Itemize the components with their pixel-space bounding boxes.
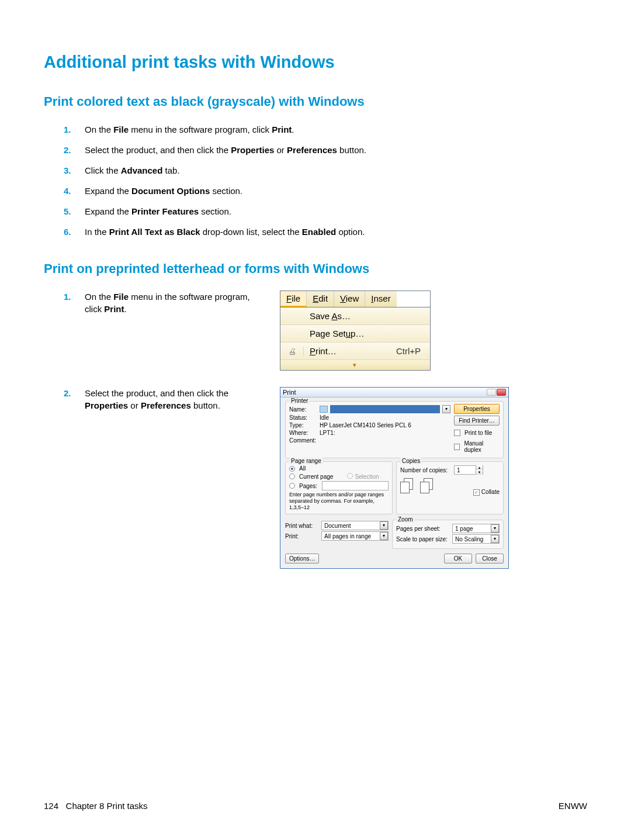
radio-pages-label: Pages:	[299, 483, 317, 489]
list-item: 4.Expand the Document Options section.	[64, 185, 587, 197]
group-label: Copies	[400, 458, 422, 464]
radio-all-label: All	[299, 465, 306, 472]
list-item: 5.Expand the Printer Features section.	[64, 205, 587, 217]
menu-edit[interactable]: Edit	[307, 291, 334, 307]
chevron-down-icon[interactable]: ▾	[380, 532, 388, 540]
chevron-down-icon[interactable]: ▾	[491, 535, 499, 543]
collate-checkbox[interactable]: ✓	[473, 489, 480, 496]
page-number: 124	[44, 801, 58, 811]
scale-select[interactable]: No Scaling▾	[452, 534, 500, 544]
printer-icon	[320, 406, 328, 413]
section2-title: Print on preprinted letterhead or forms …	[44, 261, 587, 276]
printwhat-select[interactable]: Document▾	[321, 521, 389, 530]
name-label: Name:	[289, 406, 317, 413]
file-menu-screenshot: File Edit View Inser Save As… Page Setup…	[280, 291, 431, 371]
radio-pages[interactable]	[289, 483, 295, 489]
print-select[interactable]: All pages in range▾	[321, 531, 389, 541]
group-label: Printer	[289, 397, 310, 404]
pps-label: Pages per sheet:	[396, 526, 450, 532]
printer-icon: 🖨	[280, 347, 304, 356]
chevron-down-icon[interactable]: ▾	[442, 405, 450, 413]
collate-illustration	[400, 478, 418, 496]
type-value: HP LaserJet CM1410 Series PCL 6	[320, 422, 411, 428]
page-title: Additional print tasks with Windows	[44, 53, 587, 72]
print-dialog-screenshot: Print Printer Name:	[280, 387, 509, 569]
where-label: Where:	[289, 430, 317, 436]
scale-label: Scale to paper size:	[396, 536, 450, 542]
list-item: 6.In the Print All Text as Black drop-do…	[64, 226, 587, 238]
chevron-down-icon[interactable]: ▾	[380, 521, 388, 530]
section1-steps: 1.On the File menu in the software progr…	[64, 123, 587, 238]
radio-selection-label: Selection	[355, 473, 379, 480]
pages-input[interactable]	[322, 481, 389, 490]
options-button[interactable]: Options…	[285, 554, 319, 564]
list-item: 1.On the File menu in the software progr…	[64, 123, 587, 136]
collate-illustration	[420, 478, 438, 496]
group-label: Page range	[289, 458, 323, 464]
printwhat-label: Print what:	[285, 523, 319, 529]
brand-label: ENWW	[559, 801, 587, 811]
help-icon[interactable]	[487, 389, 496, 396]
printer-name-select[interactable]	[330, 405, 440, 413]
chapter-label: Chapter 8 Print tasks	[66, 801, 148, 811]
expand-icon[interactable]: ▾	[280, 360, 430, 370]
type-label: Type:	[289, 422, 317, 428]
list-item: 1. On the File menu in the software prog…	[64, 291, 256, 315]
comment-label: Comment:	[289, 437, 317, 444]
shortcut-label: Ctrl+P	[396, 346, 430, 356]
close-button[interactable]: Close	[476, 554, 504, 564]
menu-file[interactable]: File	[280, 291, 307, 307]
print-label: Print:	[285, 533, 319, 540]
find-printer-button[interactable]: Find Printer…	[454, 416, 500, 426]
menu-insert[interactable]: Inser	[365, 291, 396, 307]
pages-hint: Enter page numbers and/or page ranges se…	[289, 492, 389, 510]
status-value: Idle	[320, 414, 329, 421]
manual-duplex-label: Manual duplex	[464, 440, 500, 453]
numcopies-label: Number of copies:	[400, 467, 452, 473]
list-item: 2.Select the product, and then click the…	[64, 144, 587, 156]
ok-button[interactable]: OK	[444, 554, 472, 564]
menu-item-saveas[interactable]: Save As…	[280, 307, 430, 325]
close-icon[interactable]	[497, 389, 506, 396]
menu-view[interactable]: View	[334, 291, 365, 307]
group-label: Zoom	[396, 516, 415, 523]
page-footer: 124 Chapter 8 Print tasks ENWW	[44, 801, 587, 811]
dialog-title: Print	[283, 389, 296, 396]
radio-current-label: Current page	[299, 473, 333, 480]
collate-label: Collate	[481, 489, 500, 495]
list-item: 3.Click the Advanced tab.	[64, 164, 587, 177]
print-to-file-checkbox[interactable]	[454, 430, 460, 436]
properties-button[interactable]: Properties	[454, 404, 500, 414]
section1-title: Print colored text as black (grayscale) …	[44, 94, 587, 109]
menu-item-pagesetup[interactable]: Page Setup…	[280, 325, 430, 343]
pps-select[interactable]: 1 page▾	[452, 524, 500, 533]
status-label: Status:	[289, 414, 317, 421]
list-item: 2. Select the product, and then click th…	[64, 387, 256, 412]
where-value: LPT1:	[320, 430, 335, 436]
numcopies-stepper[interactable]: 1▲▼	[454, 465, 483, 475]
radio-all[interactable]	[289, 466, 295, 472]
chevron-down-icon[interactable]: ▾	[491, 524, 499, 533]
menu-item-print[interactable]: 🖨 Print… Ctrl+P	[280, 343, 430, 360]
radio-selection[interactable]	[347, 473, 353, 479]
manual-duplex-checkbox[interactable]	[454, 444, 460, 450]
radio-current[interactable]	[289, 473, 295, 479]
print-to-file-label: Print to file	[464, 430, 492, 436]
